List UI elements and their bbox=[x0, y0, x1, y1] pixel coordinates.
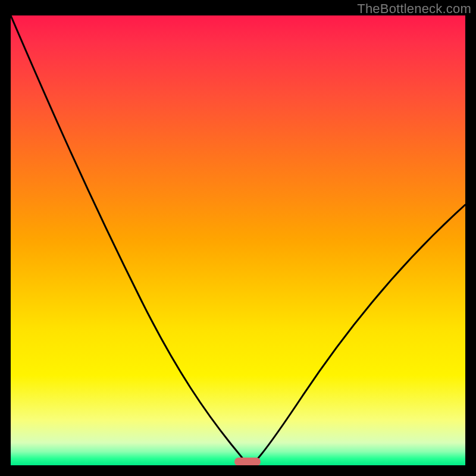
plot-area bbox=[11, 15, 465, 465]
watermark-text: TheBottleneck.com bbox=[357, 1, 471, 17]
curve-right-branch bbox=[253, 205, 465, 463]
curve-left-branch bbox=[11, 15, 246, 463]
chart-frame: TheBottleneck.com bbox=[0, 0, 476, 476]
bottleneck-curve bbox=[11, 15, 465, 465]
optimal-marker bbox=[234, 458, 261, 465]
